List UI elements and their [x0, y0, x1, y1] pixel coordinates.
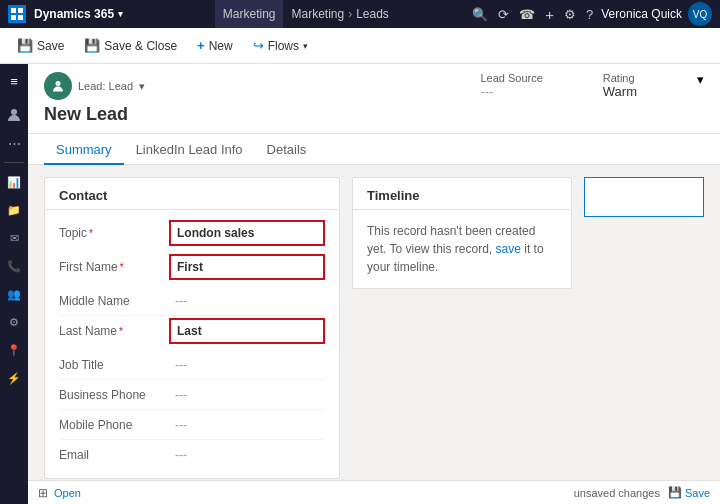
- middlename-label: Middle Name: [59, 294, 169, 308]
- sidebar-item-phone[interactable]: 📞: [1, 253, 27, 279]
- record-header: Lead: Lead ▾ New Lead Lead Source --- Ra…: [28, 64, 720, 134]
- header-fields: Lead Source --- Rating Warm ▾: [480, 72, 704, 104]
- businessphone-row: Business Phone ---: [59, 380, 325, 410]
- flows-icon: ↪: [253, 38, 264, 53]
- save-close-icon: 💾: [84, 38, 100, 53]
- status-bar: ⊞ Open unsaved changes 💾 Save: [28, 480, 720, 504]
- timeline-section: Timeline This record hasn't been created…: [352, 177, 572, 289]
- firstname-input[interactable]: [171, 256, 323, 278]
- new-icon: +: [197, 38, 205, 53]
- tabs-bar: Summary LinkedIn Lead Info Details: [28, 134, 720, 165]
- sidebar-item-more[interactable]: ⋯: [1, 130, 27, 156]
- open-icon: ⊞: [38, 486, 48, 500]
- sidebar-item-menu[interactable]: ≡: [1, 68, 27, 94]
- topic-input[interactable]: [171, 222, 323, 244]
- sidebar-item-settings[interactable]: ⚙: [1, 309, 27, 335]
- sidebar-item-contacts[interactable]: 👥: [1, 281, 27, 307]
- topic-row: Topic *: [59, 218, 325, 248]
- middlename-row: Middle Name ---: [59, 286, 325, 316]
- refresh-icon[interactable]: ⟳: [498, 7, 509, 22]
- lastname-input[interactable]: [171, 320, 323, 342]
- contact-section-title: Contact: [45, 178, 339, 210]
- lead-icon: [44, 72, 72, 100]
- right-panel: [584, 177, 704, 217]
- user-name: Veronica Quick: [601, 7, 682, 21]
- mobilephone-label: Mobile Phone: [59, 418, 169, 432]
- flows-button[interactable]: ↪ Flows ▾: [244, 33, 317, 58]
- sidebar-item-dashboard[interactable]: 📊: [1, 169, 27, 195]
- tab-details[interactable]: Details: [255, 134, 319, 165]
- sidebar-item-activity[interactable]: ⚡: [1, 365, 27, 391]
- sidebar-item-location[interactable]: 📍: [1, 337, 27, 363]
- svg-rect-0: [11, 8, 16, 13]
- breadcrumb: Marketing › Leads: [291, 7, 464, 21]
- sidebar-item-profile[interactable]: [1, 102, 27, 128]
- flows-chevron-icon: ▾: [303, 41, 308, 51]
- firstname-label: First Name *: [59, 260, 169, 274]
- lastname-label: Last Name *: [59, 324, 169, 338]
- open-label[interactable]: Open: [54, 487, 81, 499]
- firstname-row: First Name *: [59, 252, 325, 282]
- page-title: New Lead: [44, 104, 145, 133]
- app-grid-icon[interactable]: [8, 5, 26, 23]
- save-button[interactable]: 💾 Save: [8, 33, 73, 58]
- content-area: Lead: Lead ▾ New Lead Lead Source --- Ra…: [28, 64, 720, 504]
- mobilephone-value[interactable]: ---: [169, 415, 325, 435]
- user-area[interactable]: Veronica Quick VQ: [601, 2, 712, 26]
- toolbar: 💾 Save 💾 Save & Close + New ↪ Flows ▾: [0, 28, 720, 64]
- search-nav-icon[interactable]: 🔍: [472, 7, 488, 22]
- svg-rect-3: [18, 15, 23, 20]
- businessphone-label: Business Phone: [59, 388, 169, 402]
- svg-rect-2: [11, 15, 16, 20]
- lastname-field-wrapper[interactable]: [169, 318, 325, 344]
- topic-label: Topic *: [59, 226, 169, 240]
- status-bar-left: ⊞ Open: [38, 486, 81, 500]
- tab-linkedin[interactable]: LinkedIn Lead Info: [124, 134, 255, 165]
- header-dropdown-chevron[interactable]: ▾: [697, 72, 704, 91]
- status-save-icon: 💾: [668, 486, 682, 499]
- left-sidebar: ≡ ⋯ 📊 📁 ✉ 📞 👥 ⚙ 📍 ⚡: [0, 64, 28, 504]
- contact-section: Contact Topic *: [44, 177, 340, 479]
- topic-field-wrapper[interactable]: [169, 220, 325, 246]
- save-close-button[interactable]: 💾 Save & Close: [75, 33, 186, 58]
- new-button[interactable]: + New: [188, 33, 242, 58]
- status-save-button[interactable]: 💾 Save: [668, 486, 710, 499]
- main-layout: ≡ ⋯ 📊 📁 ✉ 📞 👥 ⚙ 📍 ⚡ Lead: Lead: [0, 64, 720, 504]
- call-icon[interactable]: ☎: [519, 7, 535, 22]
- module-name[interactable]: Marketing: [215, 0, 284, 28]
- middlename-value[interactable]: ---: [169, 291, 325, 311]
- timeline-title: Timeline: [353, 178, 571, 210]
- jobtitle-label: Job Title: [59, 358, 169, 372]
- status-bar-right: unsaved changes 💾 Save: [574, 486, 710, 499]
- app-chevron-icon: ▾: [118, 9, 123, 19]
- mobilephone-row: Mobile Phone ---: [59, 410, 325, 440]
- timeline-body: This record hasn't been created yet. To …: [353, 210, 571, 288]
- lastname-row: Last Name *: [59, 316, 325, 346]
- record-breadcrumb: Lead: Lead ▾: [44, 72, 145, 100]
- sidebar-item-records[interactable]: 📁: [1, 197, 27, 223]
- add-icon[interactable]: +: [545, 6, 554, 23]
- nav-icons: 🔍 ⟳ ☎ + ⚙ ?: [472, 6, 593, 23]
- svg-point-4: [11, 109, 17, 115]
- form-area: Contact Topic *: [28, 165, 720, 480]
- right-panel-column: [584, 177, 704, 468]
- save-icon: 💾: [17, 38, 33, 53]
- help-icon[interactable]: ?: [586, 7, 593, 22]
- settings-nav-icon[interactable]: ⚙: [564, 7, 576, 22]
- jobtitle-row: Job Title ---: [59, 350, 325, 380]
- top-nav: Dynamics 365 ▾ Marketing Marketing › Lea…: [0, 0, 720, 28]
- middle-column: Timeline This record hasn't been created…: [352, 177, 572, 468]
- rating-field: Rating Warm: [603, 72, 637, 104]
- firstname-field-wrapper[interactable]: [169, 254, 325, 280]
- app-name[interactable]: Dynamics 365 ▾: [34, 7, 207, 21]
- form-left: Contact Topic *: [44, 177, 340, 468]
- contact-section-body: Topic * First Name *: [45, 210, 339, 478]
- businessphone-value[interactable]: ---: [169, 385, 325, 405]
- lead-breadcrumb-chevron[interactable]: ▾: [139, 80, 145, 93]
- jobtitle-value[interactable]: ---: [169, 355, 325, 375]
- timeline-save-link[interactable]: save: [496, 242, 521, 256]
- tab-summary[interactable]: Summary: [44, 134, 124, 165]
- sidebar-item-email[interactable]: ✉: [1, 225, 27, 251]
- email-value[interactable]: ---: [169, 445, 325, 465]
- lead-source-field: Lead Source ---: [480, 72, 542, 104]
